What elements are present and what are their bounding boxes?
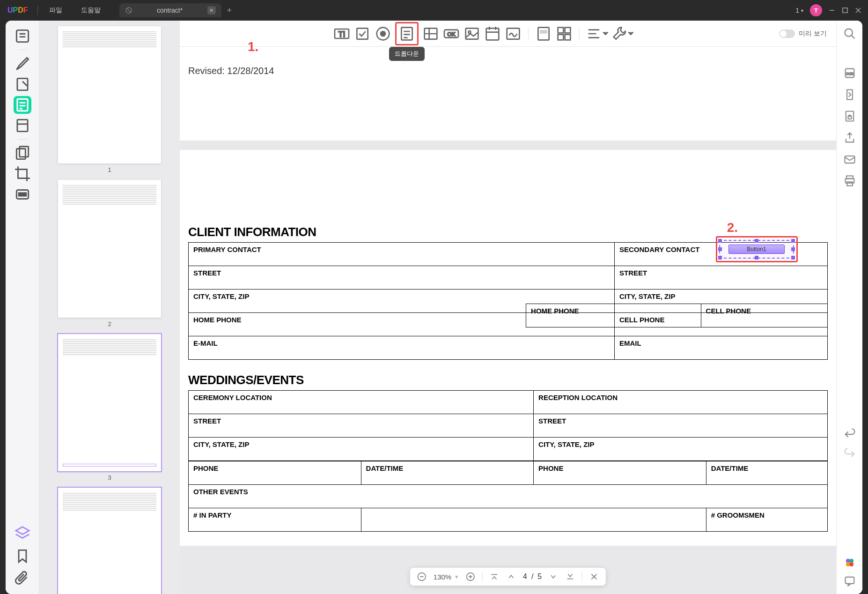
separator: [528, 28, 529, 39]
sidebar-organize-button[interactable]: [14, 117, 31, 134]
sidebar-attachment-button[interactable]: [14, 570, 31, 587]
protect-button[interactable]: [843, 110, 856, 123]
tools-dropdown[interactable]: [611, 24, 634, 43]
svg-rect-3: [843, 8, 847, 13]
form-field-selected[interactable]: Button1: [719, 240, 794, 259]
svg-point-59: [845, 29, 852, 37]
signature-tool[interactable]: [504, 24, 522, 43]
svg-rect-14: [17, 119, 27, 131]
right-sidebar: OCR: [836, 21, 862, 594]
cell-street: STREET: [189, 266, 615, 290]
undo-button[interactable]: [843, 427, 856, 440]
zoom-in-button[interactable]: [465, 572, 476, 582]
grid-tool[interactable]: [555, 24, 574, 43]
thumbnail-page-1[interactable]: [58, 26, 161, 163]
sidebar-edit-button[interactable]: [14, 75, 31, 93]
thumbnail-label: 1: [58, 166, 161, 173]
window-count[interactable]: 1▾: [795, 7, 803, 14]
email-button[interactable]: [843, 153, 856, 166]
tab-close-button[interactable]: ✕: [207, 6, 216, 15]
date-tool[interactable]: [483, 24, 502, 43]
document-tab[interactable]: contract* ✕: [119, 3, 221, 17]
svg-rect-46: [565, 34, 571, 40]
user-avatar[interactable]: T: [810, 4, 822, 16]
close-nav-button[interactable]: [589, 572, 599, 582]
svg-rect-40: [507, 28, 520, 39]
checkbox-tool[interactable]: [353, 24, 372, 43]
close-button[interactable]: [855, 7, 861, 14]
cell-phone: PHONE: [534, 461, 706, 485]
minimize-button[interactable]: [829, 7, 835, 14]
sidebar-reader-button[interactable]: [14, 27, 31, 45]
button-tool[interactable]: OK: [442, 24, 461, 43]
listbox-tool[interactable]: [421, 24, 440, 43]
client-info-table: PRIMARY CONTACTSECONDARY CONTACT STREETS…: [188, 242, 828, 360]
cell-cell-phone: CELL PHONE: [701, 304, 827, 327]
no-symbol-icon: [125, 7, 132, 14]
revised-text: Revised: 12/28/2014: [188, 66, 828, 76]
menu-file[interactable]: 파일: [40, 6, 72, 15]
sidebar-comment-button[interactable]: [14, 55, 31, 73]
chat-button[interactable]: [843, 574, 856, 587]
sidebar-layers-button[interactable]: [14, 525, 31, 542]
thumbnail-page-4[interactable]: [58, 488, 161, 594]
cell-street: STREET: [534, 414, 828, 438]
chevron-down-icon: ▼: [454, 574, 459, 579]
first-page-button[interactable]: [489, 572, 500, 582]
client-phone-right: HOME PHONECELL PHONE: [526, 304, 828, 327]
page-indicator[interactable]: 4 / 5: [523, 572, 542, 581]
sidebar-redact-button[interactable]: [14, 186, 31, 203]
convert-button[interactable]: [843, 88, 856, 101]
search-button[interactable]: [843, 27, 856, 40]
svg-rect-45: [558, 34, 564, 40]
separator: [18, 50, 27, 50]
prev-page-button[interactable]: [506, 572, 516, 582]
document-viewport[interactable]: Revised: 12/28/2014 CLIENT INFORMATION P…: [180, 47, 836, 594]
preview-toggle[interactable]: 미리 보기: [779, 30, 827, 38]
cell-city: CITY, STATE, ZIP: [189, 438, 534, 461]
zoom-out-button[interactable]: [417, 572, 427, 582]
menu-help[interactable]: 도움말: [72, 6, 110, 15]
print-button[interactable]: [843, 174, 856, 187]
sidebar-bookmark-button[interactable]: [14, 547, 31, 565]
svg-point-24: [381, 31, 385, 36]
preview-label: 미리 보기: [799, 30, 827, 38]
form-highlight-tool[interactable]: [534, 24, 553, 43]
svg-text:TI: TI: [338, 30, 346, 38]
cell-groomsmen: # GROOMSMEN: [706, 508, 827, 532]
cell-street: STREET: [615, 266, 828, 290]
sidebar-crop-button[interactable]: [14, 165, 31, 183]
svg-text:OK: OK: [448, 31, 456, 37]
page-content: CLIENT INFORMATION PRIMARY CONTACTSECOND…: [180, 150, 836, 546]
thumbnail-page-2[interactable]: [58, 180, 161, 317]
new-tab-button[interactable]: +: [227, 6, 232, 15]
svg-rect-22: [357, 28, 368, 39]
dropdown-tool[interactable]: 드롭다운: [397, 24, 416, 43]
cell-reception: RECEPTION LOCATION: [534, 391, 828, 414]
svg-rect-19: [19, 193, 26, 196]
sidebar-pages-button[interactable]: [14, 144, 31, 162]
separator: [482, 572, 483, 581]
zoom-level[interactable]: 130%▼: [434, 573, 459, 581]
toggle-switch[interactable]: [779, 30, 795, 38]
main-area: TI 드롭다운 OK 미리 보기 1.: [180, 21, 836, 594]
thumbnail-panel[interactable]: 1 2 3 4: [39, 21, 180, 594]
maximize-button[interactable]: [842, 7, 848, 14]
last-page-button[interactable]: [565, 572, 575, 582]
svg-rect-43: [558, 27, 564, 33]
redo-button[interactable]: [843, 447, 856, 460]
share-button[interactable]: [843, 131, 856, 144]
radio-tool[interactable]: [374, 24, 392, 43]
updf-logo-icon[interactable]: [845, 557, 855, 568]
image-tool[interactable]: [463, 24, 481, 43]
ocr-button[interactable]: OCR: [843, 67, 856, 80]
separator: [18, 139, 27, 140]
align-tool[interactable]: [585, 24, 609, 43]
sidebar-form-button[interactable]: [14, 96, 31, 114]
text-field-tool[interactable]: TI: [332, 24, 351, 43]
thumbnail-page-3[interactable]: [58, 334, 161, 471]
cell-city: CITY, STATE, ZIP: [534, 438, 828, 461]
cell-primary-contact: PRIMARY CONTACT: [189, 243, 615, 266]
cell-other-events: OTHER EVENTS: [189, 485, 828, 508]
next-page-button[interactable]: [548, 572, 559, 582]
